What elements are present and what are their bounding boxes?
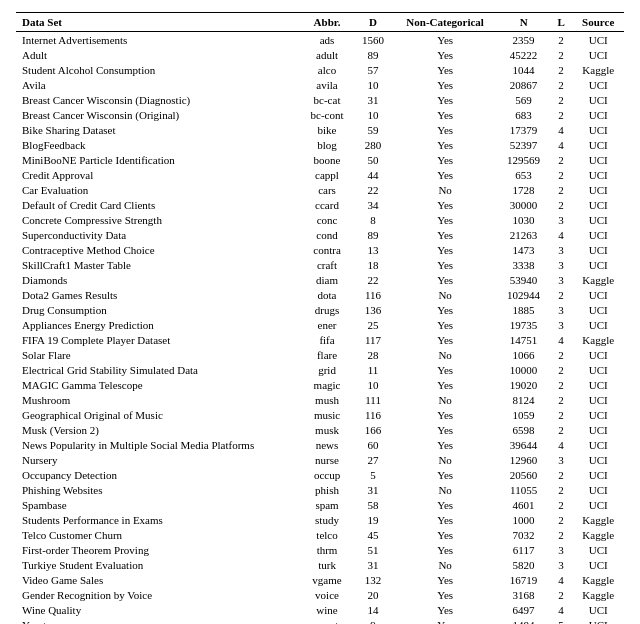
table-cell: Students Performance in Exams [16,512,301,527]
table-cell: dota [301,287,353,302]
table-cell: 28 [353,347,393,362]
table-row: Drug Consumptiondrugs136Yes18853UCI [16,302,624,317]
table-cell: 2 [550,32,573,48]
table-cell: Kaggle [572,272,624,287]
datasets-table: Data Set Abbr. D Non-Categorical N L Sou… [16,12,624,624]
table-cell: 4 [550,602,573,617]
table-cell: MAGIC Gamma Telescope [16,377,301,392]
table-row: Bike Sharing Datasetbike59Yes173794UCI [16,122,624,137]
col-header-abbr: Abbr. [301,13,353,32]
col-header-d: D [353,13,393,32]
table-cell: Contraceptive Method Choice [16,242,301,257]
table-cell: Yes [393,332,497,347]
table-row: Default of Credit Card Clientsccard34Yes… [16,197,624,212]
table-cell: voice [301,587,353,602]
table-cell: 4 [550,332,573,347]
table-row: SkillCraft1 Master Tablecraft18Yes33383U… [16,257,624,272]
table-row: Turkiye Student Evaluationturk31No58203U… [16,557,624,572]
table-cell: musk [301,422,353,437]
table-cell: Yes [393,257,497,272]
table-row: Electrical Grid Stability Simulated Data… [16,362,624,377]
table-cell: 22 [353,272,393,287]
table-cell: 116 [353,287,393,302]
table-cell: FIFA 19 Complete Player Dataset [16,332,301,347]
table-cell: 6117 [497,542,549,557]
table-cell: 7032 [497,527,549,542]
table-cell: Yes [393,122,497,137]
table-cell: 20 [353,587,393,602]
table-cell: UCI [572,467,624,482]
table-cell: Breast Cancer Wisconsin (Original) [16,107,301,122]
table-cell: 4601 [497,497,549,512]
table-cell: 10 [353,377,393,392]
table-cell: No [393,557,497,572]
table-cell: Yes [393,497,497,512]
table-cell: 3 [550,272,573,287]
table-cell: UCI [572,602,624,617]
table-cell: 8 [353,212,393,227]
table-cell: 102944 [497,287,549,302]
table-cell: 2 [550,182,573,197]
table-cell: 4 [550,137,573,152]
table-cell: UCI [572,212,624,227]
table-cell: 2359 [497,32,549,48]
table-cell: 31 [353,557,393,572]
table-cell: wine [301,602,353,617]
table-cell: Yes [393,317,497,332]
table-cell: 2 [550,167,573,182]
table-cell: 60 [353,437,393,452]
table-cell: ads [301,32,353,48]
table-cell: Gender Recognition by Voice [16,587,301,602]
table-cell: Concrete Compressive Strength [16,212,301,227]
table-cell: Yes [393,362,497,377]
table-cell: 19 [353,512,393,527]
table-cell: UCI [572,362,624,377]
table-cell: 20560 [497,467,549,482]
table-cell: Yes [393,542,497,557]
table-row: Geographical Original of Musicmusic116Ye… [16,407,624,422]
table-cell: occup [301,467,353,482]
table-row: Dota2 Games Resultsdota116No1029442UCI [16,287,624,302]
table-cell: Geographical Original of Music [16,407,301,422]
table-cell: Yeast [16,617,301,624]
table-cell: UCI [572,617,624,624]
table-cell: Breast Cancer Wisconsin (Diagnostic) [16,92,301,107]
table-cell: UCI [572,542,624,557]
table-cell: 18 [353,257,393,272]
table-cell: ccard [301,197,353,212]
table-cell: 1484 [497,617,549,624]
table-cell: UCI [572,47,624,62]
table-cell: Wine Quality [16,602,301,617]
table-cell: 117 [353,332,393,347]
table-row: First-order Theorem Provingthrm51Yes6117… [16,542,624,557]
table-cell: diam [301,272,353,287]
table-cell: 14751 [497,332,549,347]
table-cell: 5820 [497,557,549,572]
table-cell: 53940 [497,272,549,287]
table-cell: 59 [353,122,393,137]
table-cell: UCI [572,287,624,302]
table-cell: nurse [301,452,353,467]
table-cell: 1728 [497,182,549,197]
table-cell: blog [301,137,353,152]
table-cell: Yes [393,617,497,624]
table-cell: No [393,482,497,497]
table-row: Credit Approvalcappl44Yes6532UCI [16,167,624,182]
table-cell: 16719 [497,572,549,587]
table-cell: 2 [550,287,573,302]
table-cell: Yes [393,77,497,92]
table-cell: 11055 [497,482,549,497]
table-cell: 116 [353,407,393,422]
table-cell: 2 [550,62,573,77]
table-cell: 2 [550,77,573,92]
table-cell: 12960 [497,452,549,467]
table-row: Car Evaluationcars22No17282UCI [16,182,624,197]
table-cell: 683 [497,107,549,122]
table-cell: 10 [353,107,393,122]
table-cell: Yes [393,302,497,317]
table-cell: 31 [353,482,393,497]
table-cell: 1473 [497,242,549,257]
table-cell: music [301,407,353,422]
table-cell: Default of Credit Card Clients [16,197,301,212]
table-cell: Turkiye Student Evaluation [16,557,301,572]
